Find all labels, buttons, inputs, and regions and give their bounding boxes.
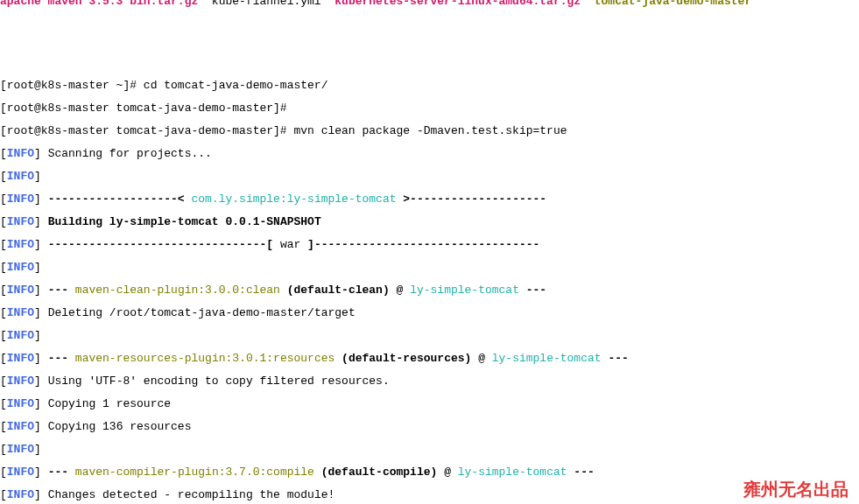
log-level: INFO [7,466,34,479]
log-level: INFO [7,306,34,319]
log-level: INFO [7,374,34,388]
log-line: [INFO] [0,171,859,182]
artifact-name: ly-simple-tomcat [410,284,519,297]
log-level: INFO [7,215,34,228]
plugin-goal: maven-compiler-plugin:3.7.0:compile [75,466,314,479]
log-level: INFO [7,170,34,183]
log-line: [INFO] [0,262,859,273]
log-level: INFO [7,261,34,274]
artifact-coordinates: com.ly.simple:ly-simple-tomcat [191,192,396,206]
log-line: [INFO] --- maven-compiler-plugin:3.7.0:c… [0,466,859,478]
log-line: [INFO] Scanning for projects... [0,148,859,159]
log-line: [INFO] --- maven-clean-plugin:3.0.0:clea… [0,284,859,296]
log-level: INFO [7,443,34,456]
log-level: INFO [7,147,34,160]
log-line: [INFO] Building ly-simple-tomcat 0.0.1-S… [0,216,859,228]
prompt-line: [root@k8s-master ~]# cd tomcat-java-demo… [0,80,859,91]
artifact-name: ly-simple-tomcat [492,352,602,365]
frag-sp2 [581,0,595,7]
log-level: INFO [7,352,34,365]
terminal-output[interactable]: [root@k8s-master ~]# cd tomcat-java-demo… [0,68,859,504]
log-line: [INFO] --- maven-resources-plugin:3.0.1:… [0,353,859,364]
top-fragment: apache maven 3.5.3 bin.tar.gz kube-flann… [0,0,859,7]
artifact-name: ly-simple-tomcat [458,466,567,479]
frag-kube: kubernetes-server-linux-amd64.tar.gz [334,0,581,7]
prompt-line: [root@k8s-master tomcat-java-demo-master… [0,125,859,136]
log-line: [INFO] -------------------< com.ly.simpl… [0,193,859,205]
log-line: [INFO] Changes detected - recompiling th… [0,489,859,500]
log-line: [INFO] Using 'UTF-8' encoding to copy fi… [0,375,859,387]
log-level: INFO [7,329,34,342]
watermark-text: 雍州无名出品 [743,484,848,495]
log-level: INFO [7,488,34,501]
building-project: Building ly-simple-tomcat 0.0.1-SNAPSHOT [48,215,321,228]
log-line: [INFO] [0,330,859,341]
log-line: [INFO] Copying 136 resources [0,421,859,432]
frag-maven: apache maven 3.5.3 bin.tar.gz [0,0,198,7]
log-line: [INFO] --------------------------------[… [0,239,859,250]
plugin-goal: maven-clean-plugin:3.0.0:clean [75,284,280,297]
log-line: [INFO] Deleting /root/tomcat-java-demo-m… [0,307,859,318]
log-line: [INFO] [0,444,859,455]
log-line: [INFO] Copying 1 resource [0,398,859,410]
log-level: INFO [7,420,34,433]
log-level: INFO [7,192,34,206]
prompt-line: [root@k8s-master tomcat-java-demo-master… [0,102,859,114]
frag-sp1: kube-flannel.yml [198,0,334,7]
plugin-goal: maven-resources-plugin:3.0.1:resources [75,352,334,365]
log-level: INFO [7,284,34,297]
frag-tomcat: tomcat-java-demo-master [595,0,751,7]
log-level: INFO [7,397,34,410]
log-level: INFO [7,238,34,251]
